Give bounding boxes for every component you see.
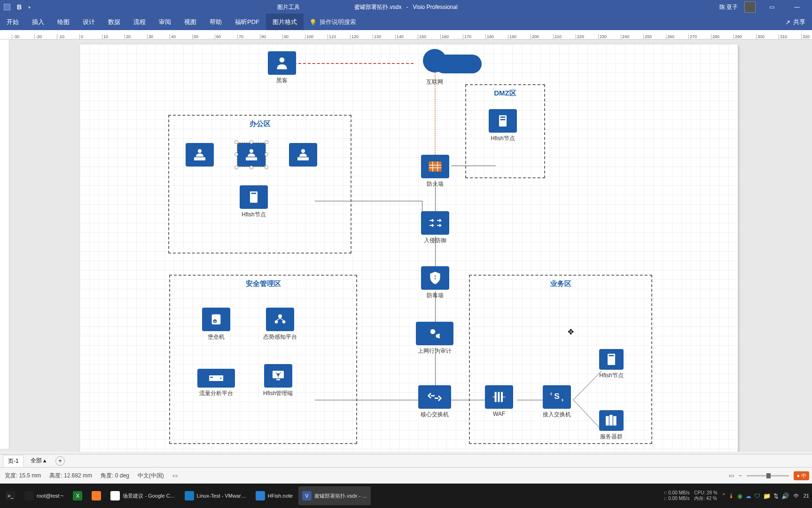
- taskbar-app-icon: [256, 491, 265, 500]
- ime-indicator[interactable]: ● 中: [794, 471, 809, 480]
- zone-security[interactable]: 安全管理区: [169, 275, 357, 444]
- taskbar-item[interactable]: root@test:~: [21, 486, 67, 505]
- shape-hfish-business[interactable]: Hfish节点: [599, 349, 624, 380]
- presentation-mode-icon[interactable]: ▭: [729, 472, 734, 479]
- shape-ips[interactable]: 入侵防御: [421, 211, 449, 245]
- tray-icons[interactable]: ˄ 🌡 ◉ ☁ 🛡 📁 ⇅ 🔊: [722, 492, 789, 500]
- taskbar-app-icon: X: [73, 491, 82, 500]
- connector-hacker-internet[interactable]: [284, 63, 414, 64]
- selection-handle[interactable]: [234, 166, 238, 169]
- shape-hacker[interactable]: 黑客: [268, 51, 296, 85]
- tray-up-icon[interactable]: ˄: [722, 492, 726, 500]
- user-name[interactable]: 陈 亚子: [719, 3, 738, 11]
- tray-av-icon[interactable]: 🛡: [754, 492, 760, 500]
- tray-wifi-icon[interactable]: ⇅: [773, 492, 779, 500]
- clock[interactable]: 21: [804, 493, 809, 499]
- tray-volume-icon[interactable]: 🔊: [781, 492, 789, 500]
- selection-handle[interactable]: [234, 152, 238, 156]
- tab-process[interactable]: 流程: [127, 14, 152, 31]
- shape-hfish-dmz[interactable]: Hfish节点: [489, 109, 517, 143]
- shape-behavior-audit[interactable]: 上网行为审计: [416, 322, 453, 355]
- macro-recorder-icon[interactable]: ▭: [172, 472, 178, 479]
- taskbar-item[interactable]: V蜜罐部署拓扑.vsdx - …: [298, 486, 371, 505]
- shape-label: 流量分析平台: [197, 389, 235, 397]
- server-icon: [246, 190, 261, 205]
- svg-point-25: [282, 320, 286, 324]
- zone-business[interactable]: 业务区: [469, 275, 652, 444]
- status-language[interactable]: 中文(中国): [138, 472, 164, 480]
- tray-temp-icon[interactable]: 🌡: [728, 492, 734, 500]
- tab-data[interactable]: 数据: [102, 14, 127, 31]
- page-tab-1[interactable]: 页-1: [3, 455, 24, 467]
- minimize-button[interactable]: —: [788, 4, 806, 10]
- ribbon-display-button[interactable]: ▭: [762, 4, 781, 10]
- shape-core-switch[interactable]: 核心交换机: [418, 385, 451, 419]
- svg-point-6: [198, 149, 202, 153]
- tab-home[interactable]: 开始: [0, 14, 25, 31]
- taskbar-item[interactable]: [88, 486, 105, 505]
- workstation-icon: [244, 147, 259, 162]
- taskbar-app-icon: >_: [6, 491, 15, 500]
- zoom-slider[interactable]: [747, 475, 789, 476]
- page-tab-all[interactable]: 全部 ▴: [26, 455, 51, 467]
- selection-handle[interactable]: [234, 140, 238, 144]
- cloud-icon: [411, 49, 458, 72]
- selection-handle[interactable]: [250, 166, 253, 169]
- shape-office-user-2[interactable]: [237, 143, 265, 167]
- tray-wechat-icon[interactable]: ◉: [737, 492, 742, 500]
- canvas-area[interactable]: 黑客 互联网 DMZ区 Hfish节点 办公区: [0, 40, 812, 452]
- selection-handle[interactable]: [250, 140, 253, 144]
- shape-access-switch[interactable]: S 接入交换机: [543, 385, 571, 419]
- drawing-page[interactable]: 黑客 互联网 DMZ区 Hfish节点 办公区: [80, 44, 738, 452]
- ruler-tick: 200: [531, 34, 539, 39]
- tab-foxit-pdf[interactable]: 福昕PDF: [228, 14, 266, 31]
- ruler-tick: 210: [553, 34, 562, 39]
- shape-av-wall[interactable]: 防毒墙: [421, 266, 449, 300]
- shape-internet[interactable]: 互联网: [411, 49, 458, 86]
- shape-firewall[interactable]: 防火墙: [421, 155, 449, 188]
- shape-label: 入侵防御: [421, 237, 449, 245]
- ruler-vertical: [0, 40, 9, 449]
- qat-app-icon[interactable]: [4, 4, 10, 10]
- taskbar-item[interactable]: X: [69, 486, 86, 505]
- share-section[interactable]: ↗ 共享: [785, 18, 805, 26]
- taskbar-item[interactable]: 场景建议 - Google C…: [107, 486, 179, 505]
- taskbar-item[interactable]: HFish.note: [252, 486, 297, 505]
- selection-handle[interactable]: [265, 140, 268, 144]
- shape-office-user-3[interactable]: [289, 143, 317, 167]
- shape-traffic-platform[interactable]: 流量分析平台: [197, 369, 235, 397]
- taskbar-item[interactable]: >_: [2, 486, 19, 505]
- shape-hfish-office[interactable]: Hfish节点: [240, 185, 268, 219]
- qat-dropdown-icon[interactable]: ▾: [28, 5, 31, 10]
- user-avatar[interactable]: [744, 1, 756, 13]
- shape-label: 服务器群: [599, 433, 624, 441]
- tab-help[interactable]: 帮助: [203, 14, 228, 31]
- tab-draw[interactable]: 绘图: [51, 14, 76, 31]
- ruler-tick: 50: [192, 34, 198, 39]
- svg-text:R: R: [213, 320, 216, 324]
- zoom-out-button[interactable]: −: [739, 472, 742, 479]
- shape-waf[interactable]: WAF: [485, 385, 513, 417]
- selection-handle[interactable]: [265, 166, 268, 169]
- selection-handle[interactable]: [265, 152, 268, 156]
- tray-folder-icon[interactable]: 📁: [763, 492, 771, 500]
- ime-lang[interactable]: 中: [794, 492, 799, 500]
- shape-sa-platform[interactable]: 态势感知平台: [263, 308, 297, 341]
- tab-insert[interactable]: 插入: [25, 14, 51, 31]
- svg-line-27: [280, 318, 284, 320]
- tray-cloud-icon[interactable]: ☁: [745, 492, 751, 500]
- shape-hfish-mgmt[interactable]: Hfish管理端: [263, 364, 293, 397]
- taskbar-item[interactable]: Linux-Test - VMwar…: [181, 486, 250, 505]
- shape-label: 堡垒机: [202, 333, 230, 341]
- zone-office[interactable]: 办公区: [168, 115, 351, 254]
- shape-servers[interactable]: 服务器群: [599, 410, 624, 441]
- shape-bastion[interactable]: R 堡垒机: [202, 308, 230, 341]
- tab-design[interactable]: 设计: [76, 14, 102, 31]
- shape-office-user-1[interactable]: [186, 143, 214, 167]
- tab-picture-format[interactable]: 图片格式: [266, 14, 304, 31]
- bold-button[interactable]: B: [14, 3, 24, 11]
- tab-review[interactable]: 审阅: [152, 14, 178, 31]
- tell-me-search[interactable]: 💡 操作说明搜索: [309, 18, 356, 26]
- add-page-button[interactable]: +: [55, 456, 65, 466]
- tab-view[interactable]: 视图: [178, 14, 203, 31]
